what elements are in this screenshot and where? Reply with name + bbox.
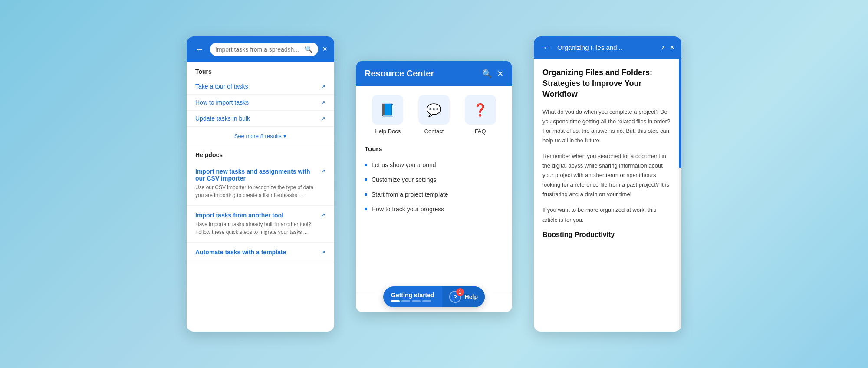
helpdoc-link-2[interactable]: Import tasks from another tool — [195, 212, 317, 219]
progress-dots — [391, 300, 434, 302]
search-input[interactable] — [215, 46, 301, 53]
tour-item-1[interactable]: Take a tour of tasks ↗ — [187, 79, 334, 95]
helpdoc-content-2: Import tasks from another tool Have impo… — [195, 212, 317, 236]
external-link-icon-helpdoc-2: ↗ — [321, 212, 326, 218]
article-paragraph-3: If you want to be more organized at work… — [542, 205, 673, 224]
tour-link-2[interactable]: How to import tasks — [195, 99, 249, 106]
tour-item-3[interactable]: Update tasks in bulk ↗ — [187, 111, 334, 127]
faq-icon-box: ❓ — [465, 95, 496, 125]
article-header: ← Organizing Files and... ↗ × — [534, 36, 681, 59]
article-paragraph-2: Remember when you searched for a documen… — [542, 151, 673, 199]
faq-icon-item[interactable]: ❓ FAQ — [465, 95, 496, 135]
resource-tour-4[interactable]: How to track your progress — [365, 202, 503, 217]
scroll-indicator — [679, 59, 681, 332]
helpdoc-simple-link-1[interactable]: Automate tasks with a template — [195, 249, 286, 256]
article-back-button[interactable]: ← — [541, 43, 553, 53]
contact-label: Contact — [424, 128, 444, 135]
resource-tour-3[interactable]: Start from a project template — [365, 187, 503, 202]
search-body: Tours Take a tour of tasks ↗ How to impo… — [187, 62, 334, 332]
back-button[interactable]: ← — [194, 44, 206, 54]
tour-bullet-2 — [365, 178, 367, 181]
book-icon: 📘 — [380, 103, 395, 117]
search-panel: ← 🔍 × Tours Take a tour of tasks ↗ How t… — [187, 36, 334, 332]
resource-tour-label-2: Customize your settings — [372, 176, 436, 183]
resource-panel: Resource Center 🔍 ✕ 📘 Help Docs — [356, 61, 512, 312]
progress-dot-4 — [422, 300, 431, 302]
article-paragraph-1: What do you do when you complete a proje… — [542, 107, 673, 145]
resource-tour-label-1: Let us show you around — [372, 161, 436, 168]
helpdoc-item-2: Import tasks from another tool Have impo… — [187, 206, 334, 243]
resource-tour-1[interactable]: Let us show you around — [365, 158, 503, 172]
chevron-down-icon: ▾ — [283, 133, 286, 139]
search-icon-button[interactable]: 🔍 — [304, 45, 313, 53]
help-docs-icon-item[interactable]: 📘 Help Docs — [372, 95, 403, 135]
faq-label: FAQ — [475, 128, 486, 135]
search-header: ← 🔍 × — [187, 36, 334, 62]
helpdoc-link-1[interactable]: Import new tasks and assignments with ou… — [195, 168, 317, 182]
tours-title: Tours — [365, 145, 503, 152]
external-link-icon-2: ↗ — [321, 99, 326, 106]
resource-tour-2[interactable]: Customize your settings — [365, 172, 503, 187]
resource-icons-row: 📘 Help Docs 💬 Contact ❓ F — [365, 95, 503, 135]
helpdocs-section-title: Helpdocs — [187, 145, 334, 162]
chat-icon: 💬 — [426, 103, 441, 117]
help-icon-wrapper: ? 1 — [449, 291, 461, 303]
tours-section-title: Tours — [187, 62, 334, 79]
helpdoc-item-1: Import new tasks and assignments with ou… — [187, 162, 334, 206]
getting-started-label: Getting started — [391, 292, 434, 299]
help-label: Help — [465, 293, 478, 300]
article-panel: ← Organizing Files and... ↗ × Organizing… — [534, 36, 681, 332]
progress-dot-1 — [391, 300, 400, 302]
helpdoc-desc-2: Have important tasks already built in an… — [195, 220, 317, 236]
external-link-icon-3: ↗ — [321, 115, 326, 122]
question-icon: ❓ — [473, 103, 488, 117]
article-content: Organizing Files and Folders: Strategies… — [542, 67, 673, 239]
help-docs-icon-box: 📘 — [372, 95, 403, 125]
getting-started-pill[interactable]: Getting started ? 1 Help — [383, 286, 485, 307]
tour-item-2[interactable]: How to import tasks ↗ — [187, 95, 334, 111]
article-external-icon[interactable]: ↗ — [660, 44, 665, 51]
close-button[interactable]: × — [322, 45, 327, 54]
search-bar-container: 🔍 — [210, 43, 318, 56]
tour-link-1[interactable]: Take a tour of tasks — [195, 83, 248, 90]
see-more-button[interactable]: See more 8 results ▾ — [187, 127, 334, 145]
helpdoc-content-1: Import new tasks and assignments with ou… — [195, 168, 317, 199]
getting-started-left: Getting started — [383, 287, 442, 306]
help-button[interactable]: ? 1 Help — [442, 286, 485, 307]
article-close-button[interactable]: × — [670, 43, 674, 52]
helpdoc-desc-1: Use our CSV importer to recognize the ty… — [195, 184, 317, 199]
article-title: Organizing Files and Folders: Strategies… — [542, 67, 673, 100]
helpdoc-simple-1[interactable]: Automate tasks with a template ↗ — [187, 243, 334, 262]
resource-center-title: Resource Center — [365, 69, 434, 79]
resource-wrapper: Resource Center 🔍 ✕ 📘 Help Docs — [356, 61, 512, 307]
close-button-resource[interactable]: ✕ — [497, 69, 503, 79]
contact-icon-item[interactable]: 💬 Contact — [418, 95, 450, 135]
progress-dot-3 — [412, 300, 421, 302]
scroll-thumb — [679, 59, 681, 168]
resource-tour-label-3: Start from a project template — [372, 191, 448, 198]
see-more-label: See more 8 results — [234, 133, 282, 139]
search-icon-button-resource[interactable]: 🔍 — [482, 69, 492, 79]
external-link-icon-helpdoc-1: ↗ — [321, 168, 326, 174]
contact-icon-box: 💬 — [418, 95, 450, 125]
help-docs-label: Help Docs — [375, 128, 401, 135]
article-header-title: Organizing Files and... — [557, 44, 656, 51]
tour-bullet-4 — [365, 208, 367, 210]
help-badge: 1 — [456, 288, 464, 296]
resource-header: Resource Center 🔍 ✕ — [356, 61, 512, 86]
header-actions: 🔍 ✕ — [482, 69, 503, 79]
article-section-title: Boosting Productivity — [542, 231, 673, 239]
tour-bullet-1 — [365, 164, 367, 166]
getting-started-area: Getting started ? 1 Help — [383, 286, 485, 307]
tour-link-3[interactable]: Update tasks in bulk — [195, 115, 250, 122]
tour-bullet-3 — [365, 193, 367, 196]
external-link-icon-1: ↗ — [321, 83, 326, 90]
article-body: Organizing Files and Folders: Strategies… — [534, 59, 681, 332]
resource-tour-label-4: How to track your progress — [372, 206, 444, 213]
external-link-icon-simple-1: ↗ — [321, 249, 326, 256]
progress-dot-2 — [401, 300, 410, 302]
resource-body: 📘 Help Docs 💬 Contact ❓ F — [356, 86, 512, 293]
